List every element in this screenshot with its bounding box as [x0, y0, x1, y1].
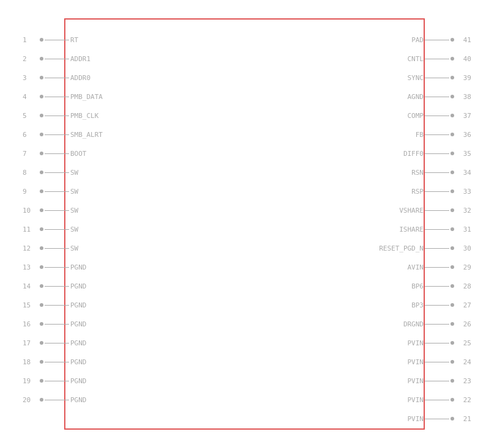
pin-line: [45, 305, 69, 306]
pin-right-33: 33 RSP: [425, 189, 454, 193]
pin-number: 5: [23, 112, 27, 120]
pin-right-35: 35 DIFF0: [425, 152, 454, 155]
pin-line: [45, 381, 69, 381]
pin-number: 22: [463, 396, 471, 404]
pin-left-18: 18 PGND: [40, 360, 69, 364]
pin-number: 12: [23, 244, 31, 252]
pin-line: [425, 172, 449, 173]
pin-dot: [450, 114, 454, 117]
pin-line: [425, 381, 449, 381]
pin-dot: [450, 171, 454, 174]
pin-name: BP3: [411, 301, 424, 309]
pin-right-30: 30 RESET_PGD_N: [425, 246, 454, 250]
pin-left-10: 10 SW: [40, 208, 69, 212]
pin-dot: [40, 322, 43, 326]
pin-dot: [40, 379, 43, 383]
pin-dot: [40, 341, 43, 345]
pin-dot: [450, 417, 454, 420]
pin-right-38: 38 AGND: [425, 95, 454, 98]
pin-name: SW: [70, 188, 78, 196]
pin-name: SW: [70, 226, 78, 233]
pin-name: PGND: [70, 339, 87, 347]
pin-number: 28: [463, 282, 471, 290]
pin-name: PMB_DATA: [70, 93, 103, 101]
pin-dot: [40, 227, 43, 231]
pin-line: [425, 97, 449, 97]
pin-number: 35: [463, 150, 471, 158]
pin-name: VSHARE: [399, 207, 424, 215]
pin-number: 17: [23, 339, 31, 347]
pin-name: ISHARE: [399, 226, 424, 233]
pin-dot: [40, 152, 43, 155]
pin-dot: [40, 246, 43, 250]
pin-line: [45, 286, 69, 287]
pin-line: [425, 116, 449, 116]
pin-number: 38: [463, 93, 471, 101]
pin-dot: [40, 303, 43, 307]
pin-dot: [450, 265, 454, 269]
pin-name: BOOT: [70, 150, 87, 158]
pin-right-28: 28 BP6: [425, 284, 454, 288]
pin-dot: [450, 38, 454, 42]
pin-number: 32: [463, 207, 471, 215]
pin-name: PAD: [411, 36, 424, 44]
pin-line: [45, 40, 69, 40]
pin-name: PVIN: [408, 396, 424, 404]
pin-name: AVIN: [408, 263, 424, 271]
pin-dot: [450, 398, 454, 402]
pin-number: 8: [23, 169, 27, 177]
pin-number: 29: [463, 263, 471, 271]
pin-left-15: 15 PGND: [40, 303, 69, 307]
ic-body: [64, 18, 425, 430]
pin-line: [425, 286, 449, 287]
pin-dot: [450, 379, 454, 383]
pin-dot: [40, 171, 43, 174]
pin-line: [45, 267, 69, 268]
pin-line: [45, 191, 69, 192]
pin-number: 21: [463, 415, 471, 423]
pin-number: 15: [23, 301, 31, 309]
pin-number: 18: [23, 358, 31, 366]
pin-number: 40: [463, 55, 471, 63]
pin-number: 37: [463, 112, 471, 120]
pin-line: [425, 134, 449, 135]
pin-line: [45, 210, 69, 211]
pin-right-25: 25 PVIN: [425, 341, 454, 345]
pin-line: [425, 343, 449, 343]
pin-line: [425, 191, 449, 192]
pin-name: CNTL: [408, 55, 424, 63]
pin-name: PMB_CLK: [70, 112, 98, 120]
pin-number: 27: [463, 301, 471, 309]
pin-right-27: 27 BP3: [425, 303, 454, 307]
pin-line: [45, 400, 69, 400]
pin-right-39: 39 SYNC: [425, 76, 454, 79]
pin-number: 6: [23, 131, 27, 139]
pin-dot: [40, 284, 43, 288]
pin-dot: [450, 303, 454, 307]
pin-dot: [450, 189, 454, 193]
pin-name: PGND: [70, 301, 87, 309]
pin-right-34: 34 RSN: [425, 171, 454, 174]
pin-dot: [450, 57, 454, 61]
pin-name: PGND: [70, 320, 87, 328]
pin-left-16: 16 PGND: [40, 322, 69, 326]
pin-right-29: 29 AVIN: [425, 265, 454, 269]
pin-name: FB: [416, 131, 424, 139]
pin-number: 36: [463, 131, 471, 139]
pin-number: 14: [23, 282, 31, 290]
pin-right-36: 36 FB: [425, 133, 454, 136]
pin-left-20: 20 PGND: [40, 398, 69, 402]
pin-right-32: 32 VSHARE: [425, 208, 454, 212]
pin-left-17: 17 PGND: [40, 341, 69, 345]
pin-right-40: 40 CNTL: [425, 57, 454, 61]
pin-line: [45, 116, 69, 116]
pin-name: ADDR0: [70, 74, 90, 82]
pin-line: [425, 78, 449, 78]
pin-line: [425, 400, 449, 400]
pin-line: [425, 153, 449, 154]
pin-number: 1: [23, 36, 27, 44]
pin-dot: [40, 398, 43, 402]
pin-left-9: 9 SW: [40, 189, 69, 193]
pin-number: 23: [463, 377, 471, 385]
pin-right-26: 26 DRGND: [425, 322, 454, 326]
